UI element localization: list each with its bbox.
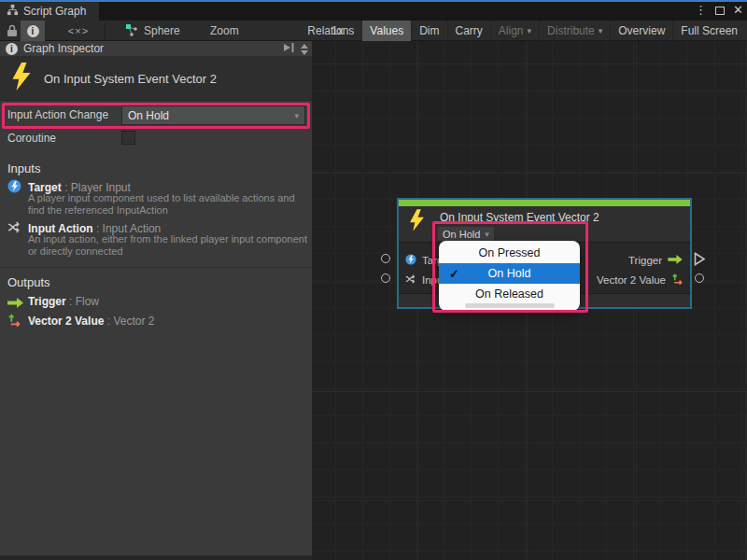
player-input-icon [405,254,416,267]
menu-item-on-pressed[interactable]: On Pressed [439,243,580,263]
spinner-down-icon[interactable] [301,50,308,55]
input-action-icon [7,220,21,238]
vector2-icon [671,273,684,287]
toolbar-button-group: Relations Values Dim Carry Align▾ Distri… [300,21,745,41]
toolbar: i <×> Sphere Zoom 1x Relations Values Di… [0,21,747,41]
input-item-description: An input action, either from the linked … [28,233,308,257]
graph-node-icon [125,23,138,39]
collapse-panel-icon[interactable] [282,42,295,56]
graph-breadcrumb-sphere[interactable]: Sphere [125,21,180,41]
flow-arrow-icon [7,295,24,312]
output-item-trigger: Trigger : Flow [28,292,99,309]
inspector-header: i Graph Inspector [0,41,312,57]
panel-bottom-strip [0,555,312,560]
menu-item-on-hold[interactable]: ✓ On Hold [439,263,580,284]
chevron-down-icon: ▾ [599,26,603,35]
chevron-down-icon: ▾ [528,26,532,35]
values-button[interactable]: Values [361,21,411,41]
menu-item-on-released[interactable]: On Released [439,284,580,304]
inspected-node-title: On Input System Event Vector 2 [44,72,217,86]
overview-button[interactable]: Overview [610,21,672,41]
vector2-icon [7,313,21,330]
zoom-label: Zoom [210,21,239,41]
focus-highlight-line [0,0,747,2]
relations-button[interactable]: Relations [300,21,361,41]
lightning-bolt-icon [409,209,425,235]
node-on-hold-dropdown[interactable]: On Hold ▾ [438,227,494,241]
output-item-vector2-value: Vector 2 Value : Vector 2 [28,312,154,329]
maximize-icon[interactable] [715,7,725,15]
flow-arrow-icon [668,255,684,266]
distribute-button[interactable]: Distribute▾ [539,21,610,41]
graph-name-label: Sphere [144,24,180,37]
code-view-icon[interactable]: <×> [62,21,95,41]
inspector-title: Graph Inspector [23,42,104,55]
player-input-icon [7,179,21,197]
dim-button[interactable]: Dim [411,21,446,41]
close-icon[interactable]: ✕ [733,2,743,19]
coroutine-label: Coroutine [7,132,56,145]
input-port-input-action[interactable] [381,273,390,283]
node-event-color-bar [399,200,690,206]
section-divider [0,267,312,268]
menu-scroll-indicator [465,303,555,308]
node-title-block: On Input System Event Vector 2 [0,57,312,101]
carry-button[interactable]: Carry [447,21,490,41]
inspector-toggle-button[interactable]: i [21,21,45,41]
spinner-control[interactable] [301,44,308,55]
outputs-header: Outputs [7,275,50,289]
check-icon: ✓ [449,267,459,281]
fullscreen-button[interactable]: Full Screen [672,21,745,41]
unity-script-graph-window: Script Graph ⋮ ✕ i <×> Sphere Zoom 1x Re… [0,0,747,560]
output-port-vector2-value[interactable] [695,273,704,283]
tab-script-graph[interactable]: Script Graph [0,2,99,21]
info-icon: i [6,43,18,55]
toolbar-separator [105,22,106,39]
input-action-change-dropdown[interactable]: On Hold ▾ [121,105,305,125]
tab-bar: Script Graph ⋮ ✕ [0,0,747,21]
output-port-trigger[interactable] [694,252,706,270]
lightning-bolt-icon [11,63,32,94]
node-dropdown-menu: On Pressed ✓ On Hold On Released [439,241,580,311]
inputs-header: Inputs [7,161,40,175]
lock-icon[interactable] [7,21,18,41]
port-label-vector2-value: Vector 2 Value [597,274,666,286]
window-controls: ⋮ ✕ [695,2,743,19]
spinner-up-icon[interactable] [301,44,308,49]
graph-inspector-panel: i Graph Inspector On Input System Event … [0,41,312,555]
port-label-trigger: Trigger [628,255,662,266]
input-action-icon [405,273,416,287]
node-title: On Input System Event Vector 2 [440,211,599,224]
more-menu-icon[interactable]: ⋮ [695,2,707,19]
align-button[interactable]: Align▾ [490,21,539,41]
chevron-down-icon: ▾ [294,111,299,120]
script-graph-icon [7,4,19,19]
tab-title: Script Graph [23,5,86,18]
input-action-change-label: Input Action Change [7,108,108,121]
chevron-down-icon: ▾ [485,230,489,239]
coroutine-checkbox[interactable] [121,131,135,145]
input-port-target[interactable] [381,254,390,263]
info-icon: i [27,25,39,37]
dropdown-value: On Hold [128,109,169,122]
input-item-description: A player input component used to list av… [28,192,308,216]
node-header[interactable]: On Input System Event Vector 2 On Hold ▾ [399,206,690,242]
